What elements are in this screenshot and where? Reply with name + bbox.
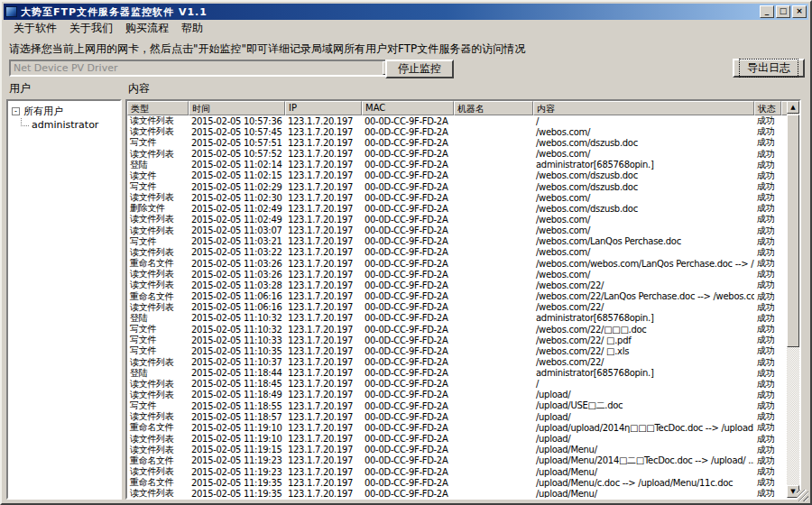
table-row[interactable]: 删除文件2015-02-05 11:02:49123.1.7.20.19700-… [127,203,787,214]
cell-content: administrator[685768opin.] [533,160,754,170]
close-button[interactable]: × [792,5,807,18]
cell-time: 2015-02-05 10:57:52 [189,149,285,159]
cell-time: 2015-02-05 11:10:33 [189,335,285,345]
cell-time: 2015-02-05 11:19:35 [189,489,285,498]
table-row[interactable]: 读文件列表2015-02-05 11:03:28123.1.7.20.19700… [127,280,787,290]
cell-ip: 123.1.7.20.197 [285,412,362,422]
table-row[interactable]: 重命名文件2015-02-05 11:03:26123.1.7.20.19700… [127,258,787,269]
cell-mac: 00-0D-CC-9F-FD-2A [362,346,454,356]
cell-time: 2015-02-05 11:10:37 [189,357,285,367]
cell-content: /webos.com/22/ [533,280,754,290]
table-row[interactable]: 读文件列表2015-02-05 11:02:30123.1.7.20.19700… [127,192,787,203]
cell-time: 2015-02-05 11:06:16 [189,302,285,312]
cell-ip: 123.1.7.20.197 [285,138,362,148]
col-header-time[interactable]: 时间 [189,101,285,115]
cell-ip: 123.1.7.20.197 [285,127,362,137]
table-row[interactable]: 写文件2015-02-05 10:57:51123.1.7.20.19700-0… [127,137,787,148]
table-row[interactable]: 写文件2015-02-05 11:03:21123.1.7.20.19700-0… [127,236,787,247]
table-row[interactable]: 写文件2015-02-05 11:10:32123.1.7.20.19700-0… [127,324,787,335]
table-row[interactable]: 读文件列表2015-02-05 11:19:23123.1.7.20.19700… [127,466,787,477]
table-row[interactable]: 写文件2015-02-05 11:10:35123.1.7.20.19700-0… [127,345,787,356]
cell-mac: 00-0D-CC-9F-FD-2A [362,170,454,180]
table-row[interactable]: 重命名文件2015-02-05 11:19:23123.1.7.20.19700… [127,455,787,466]
menu-about-us[interactable]: 关于我们 [63,19,119,38]
cell-mac: 00-0D-CC-9F-FD-2A [362,127,454,137]
collapse-icon[interactable]: - [12,107,20,115]
maximize-button[interactable]: □ [776,5,790,18]
cell-content: /upload/Menu/ [533,467,754,477]
table-row[interactable]: 读文件列表2015-02-05 11:03:07123.1.7.20.19700… [127,225,787,236]
table-row[interactable]: 读文件列表2015-02-05 11:06:16123.1.7.20.19700… [127,302,787,313]
scroll-up-icon[interactable]: ▲ [787,101,799,114]
cell-ip: 123.1.7.20.197 [285,434,362,444]
minimize-button[interactable]: _ [760,5,774,18]
cell-ip: 123.1.7.20.197 [285,280,362,290]
table-row[interactable]: 登陆2015-02-05 11:10:32123.1.7.20.19700-0D… [127,313,787,324]
cell-mac: 00-0D-CC-9F-FD-2A [362,116,454,126]
cell-time: 2015-02-05 11:10:32 [189,325,285,335]
cell-ip: 123.1.7.20.197 [285,423,362,433]
scrollbar-thumb[interactable] [787,115,799,347]
export-log-button[interactable]: 导出日志 [733,59,805,78]
cell-content: /webos.com/ [533,225,754,235]
network-adapter-select[interactable]: Net Device PV Driver ▼ [9,60,399,77]
table-row[interactable]: 读文件列表2015-02-05 11:02:49123.1.7.20.19700… [127,214,787,225]
cell-time: 2015-02-05 11:19:15 [189,445,285,454]
cell-mac: 00-0D-CC-9F-FD-2A [362,423,454,433]
table-row[interactable]: 写文件2015-02-05 11:10:33123.1.7.20.19700-0… [127,335,787,345]
table-row[interactable]: 写文件2015-02-05 11:18:55123.1.7.20.19700-0… [127,400,787,411]
cell-ip: 123.1.7.20.197 [285,357,362,367]
tree-node-administrator[interactable]: administrator [8,118,120,131]
table-row[interactable]: 写文件2015-02-05 11:02:29123.1.7.20.19700-0… [127,181,787,192]
cell-time: 2015-02-05 11:19:10 [189,423,285,433]
cell-mac: 00-0D-CC-9F-FD-2A [362,204,454,214]
table-row[interactable]: 读文件列表2015-02-05 10:57:52123.1.7.20.19700… [127,148,787,159]
table-row[interactable]: 读文件列表2015-02-05 10:57:36123.1.7.20.19700… [127,115,787,126]
cell-mac: 00-0D-CC-9F-FD-2A [362,302,454,312]
cell-time: 2015-02-05 11:18:49 [189,390,285,399]
cell-ip: 123.1.7.20.197 [285,379,362,389]
col-header-ip[interactable]: IP [285,101,362,115]
cell-mac: 00-0D-CC-9F-FD-2A [362,390,454,399]
table-row[interactable]: 读文件2015-02-05 11:02:15123.1.7.20.19700-0… [127,170,787,181]
table-row[interactable]: 读文件列表2015-02-05 11:19:35123.1.7.20.19700… [127,488,787,498]
col-header-content[interactable]: 内容 [533,101,754,115]
cell-ip: 123.1.7.20.197 [285,455,362,465]
cell-content: /webos.com/LanQos Perchase.doc [533,236,754,246]
table-row[interactable]: 重命名文件2015-02-05 11:19:10123.1.7.20.19700… [127,422,787,433]
menu-help[interactable]: 帮助 [175,19,209,38]
cell-mac: 00-0D-CC-9F-FD-2A [362,325,454,335]
table-row[interactable]: 读文件列表2015-02-05 11:10:37123.1.7.20.19700… [127,356,787,367]
table-row[interactable]: 登陆2015-02-05 11:02:14123.1.7.20.19700-0D… [127,160,787,170]
tree-node-all-users[interactable]: - 所有用户 [8,105,120,117]
cell-content: / [533,379,754,389]
menu-about-software[interactable]: 关于软件 [7,19,63,38]
cell-ip: 123.1.7.20.197 [285,204,362,214]
cell-type: 读文件列表 [127,487,189,498]
col-header-type[interactable]: 类型 [127,101,189,115]
col-header-machine[interactable]: 机器名 [454,101,533,115]
cell-ip: 123.1.7.20.197 [285,478,362,488]
table-row[interactable]: 读文件列表2015-02-05 11:18:45123.1.7.20.19700… [127,379,787,390]
table-row[interactable]: 登陆2015-02-05 11:18:44123.1.7.20.19700-0D… [127,368,787,379]
table-row[interactable]: 读文件列表2015-02-05 11:03:22123.1.7.20.19700… [127,247,787,258]
resize-grip[interactable] [797,490,808,501]
table-row[interactable]: 读文件列表2015-02-05 10:57:45123.1.7.20.19700… [127,126,787,137]
table-row[interactable]: 读文件列表2015-02-05 11:18:57123.1.7.20.19700… [127,411,787,422]
cell-content: administrator[685768opin.] [533,313,754,323]
table-row[interactable]: 读文件列表2015-02-05 11:03:26123.1.7.20.19700… [127,269,787,280]
cell-ip: 123.1.7.20.197 [285,390,362,399]
table-row[interactable]: 读文件列表2015-02-05 11:19:10123.1.7.20.19700… [127,434,787,445]
stop-monitor-button[interactable]: 停止监控 [385,60,454,78]
cell-content: /upload/ [533,390,754,399]
cell-mac: 00-0D-CC-9F-FD-2A [362,291,454,301]
cell-content: /webos.com/ [533,149,754,159]
cell-content: /upload/ [533,412,754,422]
table-row[interactable]: 重命名文件2015-02-05 11:06:16123.1.7.20.19700… [127,291,787,302]
tree-connector [21,118,29,126]
table-row[interactable]: 重命名文件2015-02-05 11:19:35123.1.7.20.19700… [127,477,787,488]
vertical-scrollbar[interactable]: ▲ ▼ [787,101,799,498]
col-header-mac[interactable]: MAC [362,101,454,115]
col-header-status[interactable]: 状态 [754,101,781,115]
menu-purchase-process[interactable]: 购买流程 [119,19,175,38]
